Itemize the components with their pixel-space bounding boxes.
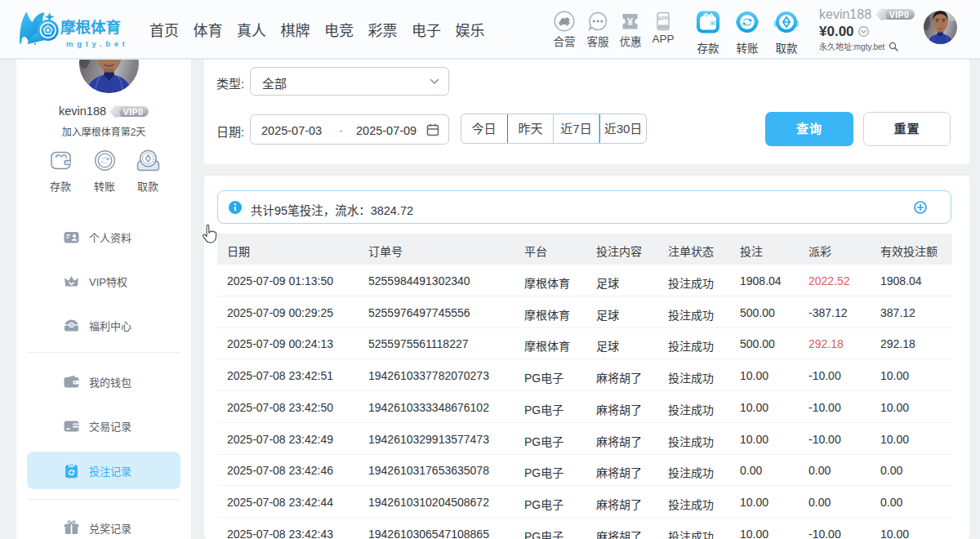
svg-text:VIP0: VIP0: [123, 107, 143, 117]
svg-text:VIP0: VIP0: [889, 10, 909, 20]
svg-text:¥: ¥: [627, 16, 634, 28]
svg-text:APP: APP: [657, 16, 669, 21]
